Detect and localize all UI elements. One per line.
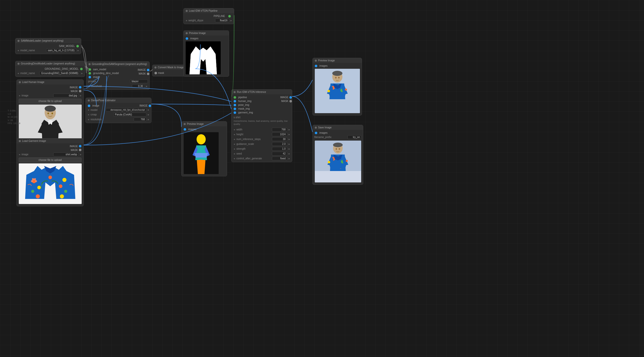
garment-image-out-label: IMAGE bbox=[70, 145, 78, 148]
seg-prompt-value[interactable]: blazer bbox=[130, 79, 148, 83]
grounding-output-label: GROUNDING_DINO_MODEL bbox=[45, 67, 79, 70]
vton-width-prev[interactable]: ◄ bbox=[233, 128, 235, 131]
seg-grounding-port[interactable] bbox=[89, 72, 91, 75]
sam-model-prev[interactable]: ◄ bbox=[17, 49, 19, 52]
vton-pose-input: pose_img bbox=[232, 103, 255, 107]
vton-width-next[interactable]: ► bbox=[288, 128, 290, 131]
svg-point-45 bbox=[339, 148, 340, 150]
seg-threshold-next[interactable]: ► bbox=[146, 85, 148, 88]
vton-pipeline-port[interactable] bbox=[234, 96, 236, 99]
vton-guidance-next[interactable]: ► bbox=[288, 143, 290, 145]
vton-strength-next[interactable]: ► bbox=[288, 148, 290, 150]
vton-strength-prev[interactable]: ◄ bbox=[233, 148, 235, 150]
human-img-value[interactable]: dad.jpg bbox=[53, 94, 79, 97]
grounding-model-value[interactable]: GroundingDINO_SwinB (938MB) bbox=[39, 71, 80, 75]
garment-image-out-port[interactable] bbox=[79, 145, 81, 147]
vton-mask-port[interactable] bbox=[234, 108, 236, 110]
weight-next[interactable]: ► bbox=[230, 19, 232, 22]
vton-seed-prev[interactable]: ◄ bbox=[233, 152, 235, 155]
garment-mask-out-port[interactable] bbox=[79, 149, 81, 151]
load-human-image-node: Load Human Image IMAGE MASK ◄ image dad.… bbox=[16, 79, 84, 146]
vton-control-prev[interactable]: ◄ bbox=[233, 157, 235, 160]
weight-dtype-value[interactable]: float16 bbox=[215, 19, 229, 22]
vton-width-value[interactable]: 768 bbox=[272, 128, 287, 131]
densepose-res-value[interactable]: 768 bbox=[134, 117, 146, 121]
human-choose-file-btn[interactable]: choose file to upload bbox=[19, 99, 81, 104]
garment-img-prev[interactable]: ◄ bbox=[18, 153, 21, 156]
svg-point-14 bbox=[59, 184, 62, 188]
densepose-cmap-next[interactable]: ► bbox=[147, 113, 150, 116]
vton-mask-out-label: MASK bbox=[281, 100, 288, 103]
preview-image-mask-node: Preview Image images bbox=[183, 30, 229, 77]
vton-steps-prev[interactable]: ◄ bbox=[233, 138, 235, 141]
vton-human-port[interactable] bbox=[234, 100, 236, 103]
vton-seed-next[interactable]: ► bbox=[288, 152, 290, 155]
garment-img-value[interactable]: shirt.webp bbox=[53, 152, 79, 156]
densepose-res-prev[interactable]: ◄ bbox=[87, 118, 90, 121]
densepose-cmap-prev[interactable]: ◄ bbox=[87, 113, 90, 116]
human-image-out-port[interactable] bbox=[79, 86, 81, 89]
vton-steps-value[interactable]: 30 bbox=[272, 137, 287, 141]
seg-mask-output-port[interactable] bbox=[147, 73, 149, 75]
vton-garment-port[interactable] bbox=[234, 111, 236, 114]
vton-guidance-prev[interactable]: ◄ bbox=[233, 143, 235, 145]
preview-result-images: images bbox=[313, 64, 362, 68]
pipeline-output-row: PIPELINE bbox=[184, 14, 234, 18]
convert-mask-in-port[interactable] bbox=[154, 72, 157, 74]
grounding-model-next[interactable]: ► bbox=[81, 72, 83, 75]
vton-image-out-port[interactable] bbox=[289, 96, 292, 99]
vton-pose-port[interactable] bbox=[234, 104, 236, 106]
densepose-res-next[interactable]: ► bbox=[147, 118, 150, 121]
densepose-model-prev[interactable]: ◄ bbox=[87, 109, 90, 111]
vton-mask-out-port[interactable] bbox=[289, 100, 292, 103]
pipeline-out-port[interactable] bbox=[228, 15, 231, 18]
seg-threshold-value[interactable]: 0.30 bbox=[132, 84, 145, 88]
vton-control-next[interactable]: ► bbox=[288, 157, 290, 160]
seg-image-output-port[interactable] bbox=[147, 69, 149, 71]
grounding-model-prev[interactable]: ◄ bbox=[17, 72, 19, 75]
garment-choose-file-btn[interactable]: choose file to upload bbox=[19, 158, 81, 162]
weight-dtype-label: weight_dtype bbox=[188, 19, 214, 22]
vton-height-prev[interactable]: ◄ bbox=[233, 133, 235, 136]
sam-model-next[interactable]: ► bbox=[77, 49, 79, 52]
vton-height-next[interactable]: ► bbox=[288, 133, 290, 136]
preview-mask-header: Preview Image bbox=[184, 31, 229, 36]
human-img-next[interactable]: ► bbox=[80, 94, 82, 97]
vton-guidance-value[interactable]: 2.0 bbox=[272, 142, 287, 146]
seg-image-port[interactable] bbox=[89, 76, 91, 78]
run-idm-vton-node: Run IDM-VTON Inference pipeline human_im… bbox=[231, 89, 292, 162]
vton-strength-value[interactable]: 1.0 bbox=[272, 147, 287, 151]
vton-height-value[interactable]: 1024 bbox=[272, 132, 287, 136]
human-img-prev[interactable]: ◄ bbox=[18, 94, 21, 97]
densepose-out-port[interactable] bbox=[149, 105, 151, 107]
garment-img-next[interactable]: ► bbox=[80, 153, 82, 156]
densepose-image-port[interactable] bbox=[88, 105, 90, 107]
garment-image-preview bbox=[19, 163, 82, 204]
weight-prev[interactable]: ◄ bbox=[185, 19, 187, 22]
stat-line2: N: 15 [15] bbox=[8, 115, 20, 119]
preview-result-port[interactable] bbox=[315, 65, 317, 67]
vton-control-value[interactable]: fixed bbox=[272, 157, 287, 160]
preview-densepose-port[interactable] bbox=[184, 128, 186, 131]
sam-output-port[interactable] bbox=[76, 45, 79, 47]
load-garment-image-node: Load Garment Image IMAGE MASK ◄ image sh… bbox=[16, 138, 84, 206]
densepose-out-label: IMAGE bbox=[140, 104, 148, 107]
vton-mask-label: mask_img bbox=[238, 107, 250, 110]
save-prefix-value[interactable]: try_on bbox=[347, 135, 361, 139]
densepose-cmap-value[interactable]: Parula (CivitAI) bbox=[113, 113, 146, 116]
densepose-image-input: image bbox=[86, 104, 101, 108]
densepose-cmap-label: cmap bbox=[91, 113, 112, 116]
human-mask-out-port[interactable] bbox=[79, 90, 81, 92]
grounding-output-port[interactable] bbox=[80, 68, 83, 70]
densepose-model-next[interactable]: ► bbox=[147, 109, 150, 111]
save-images-port[interactable] bbox=[315, 132, 317, 134]
densepose-model-value[interactable]: densepose_r50_fpn_dl.torchscript bbox=[106, 108, 146, 112]
vton-seed-value[interactable]: 42 bbox=[272, 152, 287, 156]
preview-mask-images-port[interactable] bbox=[186, 37, 188, 40]
vton-steps-next[interactable]: ► bbox=[288, 138, 290, 141]
sam-model-value[interactable]: sam_hq_vit_h (2.57GB) bbox=[46, 48, 76, 52]
seg-threshold-prev[interactable]: ◄ bbox=[88, 85, 90, 88]
vton-guidance-row: ◄ guidance_scale 2.0 ► bbox=[232, 142, 292, 146]
seg-sam-port[interactable] bbox=[89, 68, 91, 71]
svg-point-12 bbox=[36, 194, 40, 198]
